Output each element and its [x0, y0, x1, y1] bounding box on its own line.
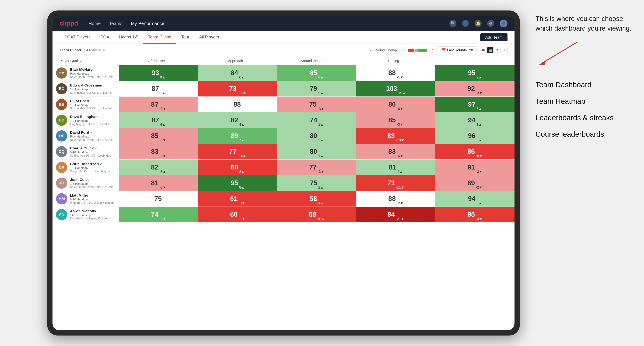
- view-download-btn[interactable]: ↓: [501, 47, 508, 53]
- score-value: 84: [231, 69, 238, 77]
- col-player-quality[interactable]: Player Quality ↓: [52, 59, 119, 63]
- score-value: 93: [152, 69, 159, 77]
- player-name: Chris Robertson ✓: [70, 162, 116, 166]
- sub-nav-tour[interactable]: Tour: [176, 31, 194, 44]
- edit-icon[interactable]: ✏: [103, 48, 106, 52]
- score-change: -3▼: [160, 185, 166, 189]
- search-icon[interactable]: 🔍: [450, 20, 456, 27]
- score-change: -3▼: [160, 107, 166, 111]
- score-cell-0: 85 -3▼: [119, 128, 198, 144]
- score-value: 84: [388, 211, 395, 218]
- player-name: Josh Coles: [70, 177, 116, 182]
- col-putting[interactable]: Putting →: [356, 59, 436, 63]
- last-rounds-button[interactable]: 📅 Last Rounds: 20: [438, 46, 477, 54]
- player-details: Elliot Ebert 1-5 Handicap Sunningdale Go…: [70, 99, 116, 110]
- player-info[interactable]: JC Josh Coles 1-5 Handicap Royal North D…: [52, 175, 119, 191]
- player-info[interactable]: AN Aaron Nicholls 11-15 Handicap Drift G…: [52, 207, 119, 222]
- avatar-icon[interactable]: 👤: [500, 19, 508, 27]
- avatar: CQ: [56, 146, 67, 157]
- player-handicap: Plus Handicap: [70, 135, 116, 138]
- player-info[interactable]: CQ Charlie Quick ✓ 6-10 Handicap St. Geo…: [52, 144, 119, 159]
- score-cell-2: 74 1▲: [277, 112, 356, 128]
- col-off-tee[interactable]: Off the Tee →: [119, 59, 198, 63]
- score-change: 7▲: [239, 138, 245, 142]
- col-around-green[interactable]: Around the Green →: [277, 59, 356, 63]
- score-cell-3: 103 15▲: [356, 81, 436, 96]
- score-cell-4: 96 3▲: [436, 128, 514, 144]
- last-rounds-label: Last Rounds:: [447, 48, 468, 52]
- player-handicap: 11-15 Handicap: [70, 213, 116, 217]
- player-details: Josh Coles 1-5 Handicap Royal North Devo…: [70, 177, 116, 189]
- player-info[interactable]: MM Matt Miller 6-10 Handicap Woburn Golf…: [52, 191, 119, 206]
- player-info[interactable]: EC Edward Crossman 1-5 Handicap Sunningd…: [52, 81, 119, 96]
- score-value: 96: [468, 132, 475, 140]
- player-handicap: 1-5 Handicap: [70, 166, 116, 170]
- score-change: -21▲: [396, 217, 404, 221]
- score-change: -10▼: [396, 138, 404, 142]
- score-cell-1: 84 6▲: [198, 65, 277, 81]
- score-change: -8▲: [160, 217, 166, 221]
- col-approach[interactable]: Approach →: [198, 59, 277, 63]
- score-cell-3: 83 -6▼: [356, 144, 436, 159]
- add-team-button[interactable]: Add Team: [480, 33, 508, 41]
- nav-link-home[interactable]: Home: [88, 21, 100, 26]
- score-cell-3: 71 -11▼: [356, 175, 436, 191]
- player-name: Aaron Nicholls: [70, 209, 116, 213]
- svg-line-0: [542, 42, 578, 63]
- table-row: EE Elliot Ebert 1-5 Handicap Sunningdale…: [52, 97, 514, 112]
- sub-nav-team-clippd[interactable]: Team Clippd: [143, 31, 176, 44]
- player-club: St. George's Hill GC - Weybridge - Surre…: [70, 154, 116, 157]
- score-value: 89: [231, 132, 238, 140]
- score-value: 80: [310, 148, 317, 155]
- nav-icons: 🔍 👤 🔔 ⚙ 👤: [450, 19, 508, 27]
- team-header-row: Team Clippd | 14 Players ✏ 20 Round Chan…: [52, 44, 514, 57]
- score-value: 58: [310, 195, 317, 202]
- round-controls: 20 Round Change -5 +5 📅 Last Rounds: 20: [370, 46, 508, 54]
- score-change: -3▼: [476, 91, 482, 95]
- score-change: 4▲: [239, 123, 245, 127]
- sub-nav-pgat[interactable]: PGAT Players: [60, 31, 96, 44]
- player-handicap: 6-10 Handicap: [70, 151, 116, 154]
- neg-label: -5: [402, 48, 404, 52]
- avatar: JC: [56, 177, 67, 189]
- view-list-btn[interactable]: ▦: [487, 47, 494, 53]
- sub-nav-all-players[interactable]: All Players: [194, 31, 224, 44]
- score-value: 86: [388, 101, 396, 108]
- player-info[interactable]: DF David Ford ✓ Plus Handicap Royal Nort…: [52, 128, 119, 144]
- nav-link-my-performance[interactable]: My Performance: [131, 21, 164, 26]
- score-value: 95: [231, 179, 238, 187]
- score-cell-4: 91 -3▼: [436, 160, 514, 175]
- user-icon[interactable]: 👤: [462, 20, 469, 27]
- player-info[interactable]: BM Blair McHarg Plus Handicap Royal Nort…: [52, 65, 119, 81]
- settings-icon[interactable]: ⚙: [487, 20, 494, 27]
- player-info[interactable]: DB Dave Billingham 1-5 Handicap Gog Mago…: [52, 112, 119, 128]
- pos-label: +5: [430, 48, 434, 52]
- player-name: Dave Billingham: [70, 115, 116, 119]
- score-value: 92: [468, 85, 475, 92]
- score-value: 94: [468, 195, 475, 202]
- sub-nav-pga[interactable]: PGA: [96, 31, 114, 44]
- player-details: Aaron Nicholls 11-15 Handicap Drift Golf…: [70, 209, 116, 220]
- player-club: Sunningdale Golf Club, United Kingdom: [70, 91, 116, 94]
- score-cell-2: 80 1▲: [277, 144, 356, 159]
- bell-icon[interactable]: 🔔: [474, 20, 482, 27]
- player-name: Blair McHarg: [70, 67, 116, 72]
- player-info[interactable]: EE Elliot Ebert 1-5 Handicap Sunningdale…: [52, 97, 119, 112]
- score-change: 3▲: [476, 201, 482, 205]
- score-value: 75: [310, 179, 317, 187]
- nav-link-teams[interactable]: Teams: [109, 21, 122, 26]
- player-name: Edward Crossman: [70, 83, 116, 87]
- score-value: 88: [388, 195, 396, 202]
- team-count: | 14 Players: [82, 48, 100, 52]
- view-other-btn[interactable]: ≡: [494, 47, 500, 53]
- score-value: 60: [230, 211, 238, 218]
- sub-nav-hcaps[interactable]: Hcaps 1-5: [114, 31, 143, 44]
- bar-mid: [415, 49, 418, 52]
- score-change: -2▼: [397, 201, 404, 205]
- view-grid-btn[interactable]: ⊞: [480, 47, 486, 53]
- score-cell-2: 85 8▲: [277, 65, 356, 81]
- player-club: Royal North Devon Golf Club, United King…: [70, 185, 116, 189]
- player-info[interactable]: CR Chris Robertson ✓ 1-5 Handicap Craigm…: [52, 160, 119, 175]
- score-cell-1: 95 8▲: [198, 175, 277, 191]
- svg-marker-1: [539, 61, 546, 65]
